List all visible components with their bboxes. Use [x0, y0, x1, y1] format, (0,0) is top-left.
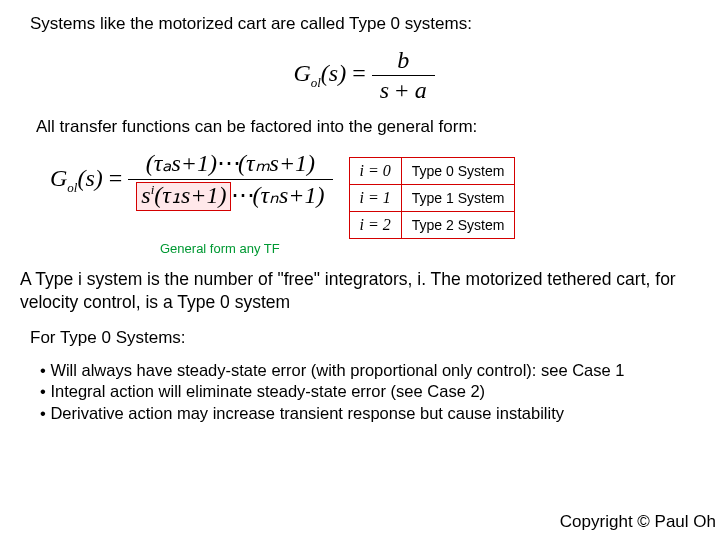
table-row: i = 2Type 2 System [349, 212, 515, 239]
general-form-caption: General form any TF [160, 241, 698, 256]
equation-simple: Gol(s) = b s + a [30, 48, 698, 103]
table-row: i = 1Type 1 System [349, 185, 515, 212]
type-legend-table: i = 0Type 0 System i = 1Type 1 System i … [349, 157, 516, 239]
bullet-list: • Will always have steady-state error (w… [40, 360, 698, 424]
body-text: A Type i system is the number of "free" … [20, 268, 698, 314]
table-row: i = 0Type 0 System [349, 158, 515, 185]
copyright-text: Copyright © Paul Oh [560, 512, 716, 532]
equation-general: Gol(s) = (τₐs+1)⋯(τₘs+1) si(τ₁s+1) ⋯(τₙs… [50, 151, 333, 210]
intro-text: Systems like the motorized cart are call… [30, 14, 698, 34]
subhead-type0: For Type 0 Systems: [30, 328, 698, 348]
factored-text: All transfer functions can be factored i… [36, 117, 698, 137]
